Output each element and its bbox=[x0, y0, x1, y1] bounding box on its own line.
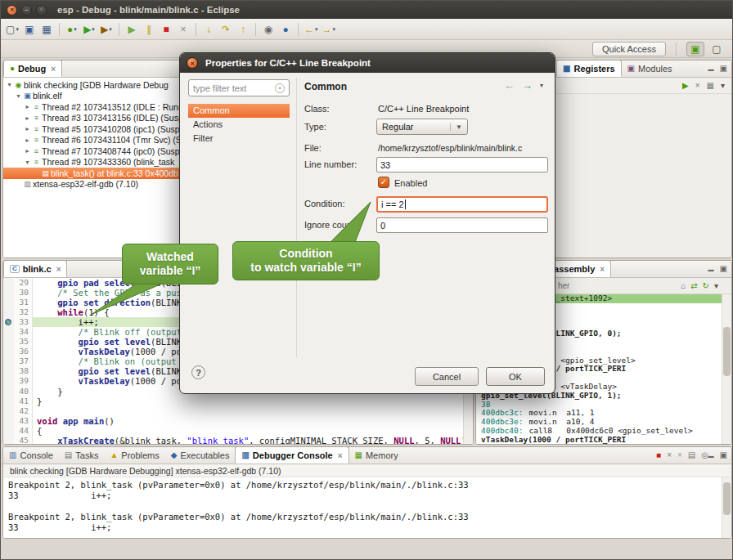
remove-launch-icon[interactable]: × bbox=[667, 450, 672, 459]
tree-item[interactable]: ▸≡Thread #6 1073431104 (Tmr Svc) (S bbox=[3, 135, 180, 146]
breakpoint-gutter[interactable] bbox=[3, 416, 14, 426]
window-maximize-icon[interactable] bbox=[36, 5, 47, 16]
minimize-icon[interactable] bbox=[708, 450, 714, 459]
tree-item[interactable]: ▸≡Thread #7 1073408744 (ipc0) (Susp bbox=[3, 146, 180, 157]
maximize-icon[interactable] bbox=[720, 450, 727, 459]
tree-item[interactable]: ▸≡Thread #5 1073410208 (ipc1) (Susp bbox=[3, 123, 180, 135]
minimize-icon[interactable] bbox=[708, 264, 714, 273]
external-tools-icon[interactable]: ▶▾ bbox=[98, 21, 115, 38]
view-menu-icon[interactable]: ▾ bbox=[540, 82, 543, 89]
expand-icon[interactable]: ▾ bbox=[15, 92, 22, 100]
remove-register-group-icon[interactable]: × bbox=[695, 81, 700, 90]
view-menu-icon[interactable]: ▾ bbox=[714, 281, 718, 290]
debug-tree[interactable]: ▾◉blink checking [GDB Hardware Debug▾▣bl… bbox=[3, 78, 180, 258]
close-ic[interactable] bbox=[598, 264, 605, 274]
breakpoint-gutter[interactable] bbox=[3, 436, 14, 445]
remove-all-launches-icon[interactable]: × bbox=[677, 450, 682, 459]
terminate-icon[interactable]: ■ bbox=[158, 21, 174, 38]
run-icon[interactable]: ▶▾ bbox=[81, 21, 97, 38]
clear-console-icon[interactable]: ▤ bbox=[688, 450, 695, 459]
expand-icon[interactable]: ▸ bbox=[24, 103, 31, 110]
tree-item[interactable]: ▸≡Thread #2 1073413512 (IDLE : Runn bbox=[3, 101, 180, 113]
quick-access-button[interactable]: Quick Access bbox=[592, 42, 666, 56]
maximize-icon[interactable] bbox=[720, 264, 727, 273]
debug-icon[interactable]: ●▾ bbox=[64, 21, 80, 38]
step-over-icon[interactable]: ↷ bbox=[218, 21, 234, 38]
toggle-breakpoint-icon[interactable]: ● bbox=[277, 21, 294, 38]
close-icon[interactable] bbox=[336, 450, 343, 460]
tree-item[interactable]: ▾▣blink.elf bbox=[3, 91, 180, 102]
layout-icon[interactable]: ▦ bbox=[707, 81, 714, 90]
line-number-input[interactable] bbox=[376, 157, 548, 172]
step-return-icon[interactable]: ↑ bbox=[235, 21, 251, 38]
tree-item[interactable]: ▤blink_task() at blink.c:33 0x400db bbox=[3, 168, 180, 179]
refresh-icon[interactable]: ↻ bbox=[703, 281, 709, 290]
tab-modules[interactable]: ▣Modules bbox=[622, 60, 678, 77]
breakpoint-gutter[interactable]: ▶ bbox=[3, 317, 14, 327]
breakpoint-gutter[interactable] bbox=[3, 387, 14, 396]
tab-registers[interactable]: ▦Registers bbox=[556, 60, 622, 77]
back-icon[interactable]: ←▾ bbox=[303, 21, 320, 38]
close-icon[interactable] bbox=[49, 64, 56, 74]
tab-tasks[interactable]: ▤Tasks bbox=[59, 446, 105, 464]
breakpoint-gutter[interactable] bbox=[3, 406, 14, 416]
suspend-icon[interactable]: ∥ bbox=[141, 21, 157, 38]
java-perspective-icon[interactable]: ▢ bbox=[708, 42, 726, 56]
minimize-icon[interactable] bbox=[708, 64, 714, 73]
breakpoint-gutter[interactable] bbox=[3, 327, 14, 337]
tab-debug[interactable]: ● Debug bbox=[3, 60, 62, 77]
new-icon[interactable]: ▢▾ bbox=[4, 21, 20, 38]
tab-memory[interactable]: ▦Memory bbox=[349, 446, 404, 464]
breakpoint-gutter[interactable] bbox=[3, 298, 14, 307]
save-icon[interactable]: ▣ bbox=[21, 21, 38, 38]
resume-icon[interactable]: ▶ bbox=[124, 21, 140, 38]
console-scrollbar[interactable] bbox=[722, 477, 731, 539]
disassembly-scrollbar[interactable] bbox=[722, 294, 731, 444]
forward-icon[interactable]: → bbox=[522, 79, 533, 92]
expand-icon[interactable]: ▾ bbox=[6, 81, 13, 88]
tab-blink-c[interactable]: C blink.c bbox=[3, 260, 67, 277]
type-dropdown[interactable]: Regular ▼ bbox=[376, 119, 468, 135]
link-with-debug-icon[interactable]: ⇄ bbox=[690, 281, 697, 290]
breakpoint-gutter[interactable] bbox=[3, 366, 14, 376]
terminate-console-icon[interactable]: ■ bbox=[656, 450, 661, 459]
close-icon[interactable] bbox=[55, 264, 61, 274]
address-field[interactable]: her bbox=[558, 281, 569, 290]
ignore-count-input[interactable] bbox=[376, 217, 548, 233]
console-output[interactable]: Breakpoint 2, blink_task (pvParameter=0x… bbox=[3, 477, 731, 539]
home-icon[interactable]: ⌂ bbox=[681, 281, 686, 290]
tab-debugger-console[interactable]: ▥Debugger Console bbox=[235, 446, 349, 464]
tree-item[interactable]: ▾≡Thread #9 1073433360 (blink_task bbox=[3, 157, 180, 168]
expand-icon[interactable]: ▾ bbox=[24, 159, 31, 166]
tree-item[interactable]: ▾◉blink checking [GDB Hardware Debug bbox=[3, 79, 180, 91]
breakpoint-gutter[interactable] bbox=[3, 396, 14, 406]
breakpoint-gutter[interactable] bbox=[3, 356, 14, 366]
dialog-nav-actions[interactable]: Actions bbox=[188, 118, 290, 132]
expand-icon[interactable]: ▸ bbox=[24, 147, 31, 155]
cancel-button[interactable]: Cancel bbox=[415, 367, 479, 386]
step-into-icon[interactable]: ↓ bbox=[200, 21, 217, 38]
filter-input[interactable]: type filter text bbox=[188, 79, 290, 96]
maximize-icon[interactable] bbox=[720, 64, 727, 73]
window-minimize-icon[interactable] bbox=[21, 5, 32, 16]
show-debug-contexts-icon[interactable]: ▶ bbox=[682, 81, 689, 90]
tab-executables[interactable]: ◆Executables bbox=[165, 446, 236, 464]
save-all-icon[interactable]: ▦ bbox=[38, 21, 55, 38]
breakpoint-gutter[interactable] bbox=[3, 347, 14, 356]
dialog-nav-filter[interactable]: Filter bbox=[188, 132, 290, 146]
breakpoint-gutter[interactable] bbox=[3, 307, 14, 317]
breakpoint-gutter[interactable] bbox=[3, 288, 14, 298]
expand-icon[interactable]: ▸ bbox=[24, 137, 31, 144]
breakpoint-gutter[interactable] bbox=[3, 376, 14, 386]
breakpoint-gutter[interactable] bbox=[3, 426, 14, 436]
dialog-close-icon[interactable] bbox=[187, 57, 198, 69]
breakpoint-gutter[interactable] bbox=[3, 278, 14, 288]
forward-icon[interactable]: →▾ bbox=[321, 21, 338, 38]
expand-icon[interactable]: ▸ bbox=[24, 114, 31, 122]
condition-input[interactable]: i == 2 bbox=[376, 196, 548, 213]
search-icon[interactable]: ◉ bbox=[260, 21, 277, 38]
view-menu-icon[interactable]: ▾ bbox=[721, 81, 725, 90]
help-button[interactable]: ? bbox=[191, 365, 205, 379]
window-close-icon[interactable] bbox=[7, 5, 17, 16]
tab-console[interactable]: ▥Console bbox=[3, 446, 59, 464]
